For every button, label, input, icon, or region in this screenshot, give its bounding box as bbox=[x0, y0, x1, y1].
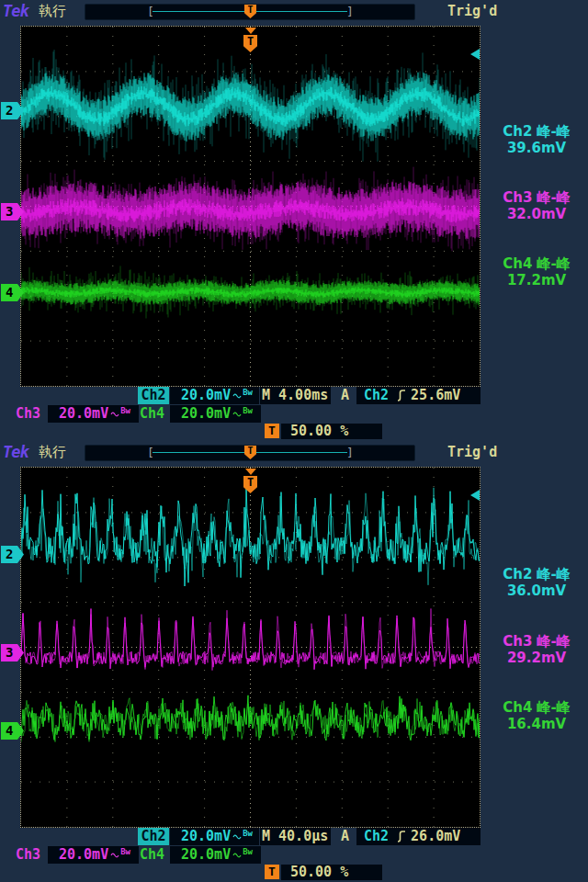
ch3-label: Ch3 bbox=[16, 846, 40, 864]
measurement-value: 39.6mV bbox=[487, 140, 586, 156]
measurement-ch2-peak-to-peak: Ch2 峰-峰 39.6mV bbox=[487, 123, 586, 156]
trigger-readout: Ch2 26.0mV bbox=[356, 828, 481, 845]
trigger-t-badge: T bbox=[265, 424, 279, 438]
rising-edge-icon bbox=[396, 830, 407, 843]
ac-coupling-icon bbox=[232, 391, 242, 401]
trigger-point-arrow-icon bbox=[245, 469, 256, 475]
ch4-label: Ch4 bbox=[140, 405, 164, 423]
readout-row-1: Ch2 20.0mV Bw M 40.0µs A Ch2 26.0mV bbox=[0, 828, 588, 845]
window-bracket-close: ] bbox=[346, 5, 354, 19]
measurement-ch3-peak-to-peak: Ch3 峰-峰 29.2mV bbox=[487, 633, 586, 666]
readout-row-1: Ch2 20.0mV Bw M 4.00ms A Ch2 25.6mV bbox=[0, 387, 588, 404]
measurement-ch4-peak-to-peak: Ch4 峰-峰 16.4mV bbox=[487, 699, 586, 732]
ch4-label: Ch4 bbox=[140, 846, 164, 864]
ac-coupling-icon bbox=[232, 832, 242, 842]
measurement-ch4-peak-to-peak: Ch4 峰-峰 17.2mV bbox=[487, 255, 586, 288]
ch3-label: Ch3 bbox=[16, 405, 40, 423]
measurement-value: 32.0mV bbox=[487, 206, 586, 222]
window-bracket-open: [ bbox=[147, 446, 154, 460]
horizontal-position-bar: [ ] T bbox=[85, 445, 415, 461]
trigger-status: Trig'd bbox=[447, 3, 497, 19]
readout-row-2: Ch3 20.0mV Bw Ch4 20.0mV Bw bbox=[0, 846, 588, 864]
bandwidth-limit-label: Bw bbox=[120, 846, 130, 857]
rising-edge-icon bbox=[396, 389, 407, 402]
acquisition-status: 執行 bbox=[39, 3, 66, 20]
measurement-ch3-peak-to-peak: Ch3 峰-峰 32.0mV bbox=[487, 189, 586, 222]
acquisition-status: 執行 bbox=[39, 444, 66, 461]
oscilloscope-screen-1: Tek 執行 [ ] T Trig'd T 2 3 4 Ch2 峰-峰 39.6… bbox=[0, 0, 588, 441]
bandwidth-limit-label: Bw bbox=[243, 405, 253, 416]
ch3-scale: 20.0mV Bw bbox=[48, 846, 139, 864]
trigger-level-arrow-icon bbox=[470, 490, 480, 501]
measurement-label: Ch4 峰-峰 bbox=[487, 699, 586, 716]
trigger-status: Trig'd bbox=[447, 444, 497, 460]
graticule: T bbox=[20, 26, 481, 387]
trigger-source: Ch2 bbox=[364, 387, 389, 404]
ch4-scale: 20.0mV Bw bbox=[170, 846, 261, 864]
window-bracket-open: [ bbox=[147, 5, 154, 19]
measurement-label: Ch2 峰-峰 bbox=[487, 123, 586, 140]
ch2-scale: 20.0mV Bw bbox=[170, 828, 259, 845]
measurement-label: Ch2 峰-峰 bbox=[487, 566, 586, 582]
trigger-position-marker-icon: T bbox=[244, 446, 256, 459]
measurement-value: 17.2mV bbox=[487, 272, 586, 288]
measurement-label: Ch3 峰-峰 bbox=[487, 633, 586, 650]
ch2-badge: Ch2 bbox=[138, 387, 169, 404]
ch4-scale: 20.0mV Bw bbox=[170, 405, 261, 423]
grid-and-waveforms bbox=[21, 27, 480, 386]
ac-coupling-icon bbox=[110, 851, 119, 860]
bandwidth-limit-label: Bw bbox=[120, 405, 130, 416]
bandwidth-limit-label: Bw bbox=[243, 846, 253, 857]
measurement-value: 29.2mV bbox=[487, 650, 586, 666]
window-bracket-close: ] bbox=[346, 446, 354, 460]
horizontal-position-bar: [ ] T bbox=[85, 4, 415, 20]
ac-coupling-icon bbox=[232, 851, 242, 860]
oscilloscope-screen-2: Tek 執行 [ ] T Trig'd T 2 3 4 Ch2 峰-峰 36.0… bbox=[0, 441, 588, 882]
ch3-scale: 20.0mV Bw bbox=[48, 405, 139, 423]
ac-coupling-icon bbox=[232, 410, 242, 419]
trigger-t-badge: T bbox=[265, 865, 279, 879]
horizontal-position-value: 50.00 % bbox=[281, 424, 382, 439]
acquisition-mode-label: A bbox=[341, 828, 349, 845]
readout-row-2: Ch3 20.0mV Bw Ch4 20.0mV Bw bbox=[0, 405, 588, 423]
acquisition-mode-label: A bbox=[341, 387, 349, 404]
measurement-value: 16.4mV bbox=[487, 716, 586, 732]
tek-logo: Tek bbox=[3, 2, 28, 20]
trigger-level-arrow-icon bbox=[470, 49, 480, 60]
trigger-level: 26.0mV bbox=[411, 828, 460, 845]
timebase: M 40.0µs bbox=[260, 828, 331, 845]
readout-row-3: T 50.00 % bbox=[0, 424, 588, 439]
trigger-level: 25.6mV bbox=[411, 387, 460, 404]
measurement-value: 36.0mV bbox=[487, 582, 586, 599]
bandwidth-limit-label: Bw bbox=[243, 387, 253, 398]
readout-row-3: T 50.00 % bbox=[0, 865, 588, 880]
bandwidth-limit-label: Bw bbox=[243, 828, 253, 839]
trigger-position-marker-icon: T bbox=[244, 5, 256, 18]
grid-and-waveforms bbox=[21, 468, 480, 827]
trigger-readout: Ch2 25.6mV bbox=[356, 387, 481, 404]
graticule: T bbox=[20, 467, 481, 828]
tek-logo: Tek bbox=[3, 443, 28, 461]
measurement-label: Ch3 峰-峰 bbox=[487, 189, 586, 206]
measurement-ch2-peak-to-peak: Ch2 峰-峰 36.0mV bbox=[487, 566, 586, 599]
trigger-source: Ch2 bbox=[364, 828, 389, 845]
ac-coupling-icon bbox=[110, 410, 119, 419]
timebase: M 4.00ms bbox=[260, 387, 331, 404]
horizontal-position-value: 50.00 % bbox=[281, 865, 382, 880]
ch2-badge: Ch2 bbox=[138, 828, 169, 845]
ch2-scale: 20.0mV Bw bbox=[170, 387, 259, 404]
trigger-point-arrow-icon bbox=[245, 28, 256, 34]
measurement-label: Ch4 峰-峰 bbox=[487, 255, 586, 272]
